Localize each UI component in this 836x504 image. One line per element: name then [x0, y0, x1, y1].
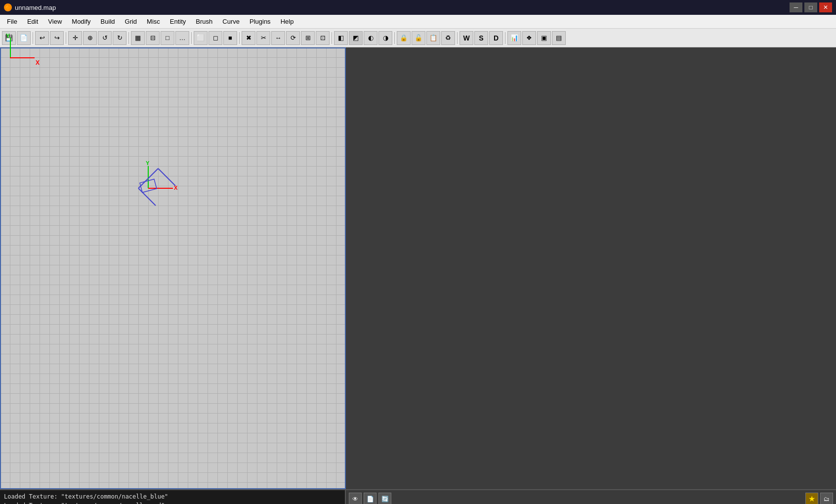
tb-half1[interactable]: ◧ [334, 31, 348, 45]
right-panel [346, 47, 836, 489]
toolbar-sep-8 [457, 32, 458, 44]
menu-edit[interactable]: Edit [22, 16, 43, 27]
tb-w[interactable]: W [460, 31, 473, 45]
x-axis [10, 57, 35, 58]
texture-browser: 👁 📄 🔄 ★ 🗂 astrometrics borg bridge capta… [346, 490, 836, 504]
menu-file[interactable]: File [2, 16, 22, 27]
main-layout: Y X Y X [0, 47, 836, 489]
close-button[interactable]: ✕ [819, 2, 832, 12]
tb-clip[interactable]: ✂ [256, 31, 270, 45]
menu-help[interactable]: Help [276, 16, 299, 27]
y-axis [10, 38, 11, 57]
tb-brush3[interactable]: ■ [223, 31, 237, 45]
texture-filter-btn[interactable]: 🗂 [820, 493, 833, 504]
svg-text:X: X [174, 185, 178, 191]
grid-background [0, 47, 345, 489]
x-label: X [36, 59, 40, 66]
log-line: Loaded Texture: "textures/common/nacelle… [4, 492, 341, 501]
window-controls: ─ □ ✕ [790, 2, 832, 12]
tb-select2[interactable]: ⊞ [301, 31, 315, 45]
menu-brush[interactable]: Brush [191, 16, 217, 27]
toolbar-sep-2 [66, 32, 66, 44]
menu-view[interactable]: View [43, 16, 67, 27]
title-bar: 🔶 unnamed.map ─ □ ✕ [0, 0, 836, 15]
toolbar-sep-3 [128, 32, 129, 44]
log-line: Loaded Texture: "textures/common/nacelle… [4, 501, 341, 504]
tb-d[interactable]: D [489, 31, 503, 45]
center-gizmo: Y X [128, 161, 178, 210]
tb-half4[interactable]: ◑ [378, 31, 392, 45]
tb-redo[interactable]: ↪ [50, 31, 64, 45]
tb-s[interactable]: S [474, 31, 488, 45]
tb-undo[interactable]: ↩ [35, 31, 49, 45]
toolbar-sep-4 [191, 32, 192, 44]
menu-curve[interactable]: Curve [217, 16, 245, 27]
maximize-button[interactable]: □ [804, 2, 817, 12]
toolbar-sep-5 [239, 32, 240, 44]
tb-select[interactable]: ⊕ [83, 31, 97, 45]
texture-toolbar: 👁 📄 🔄 ★ 🗂 [346, 490, 836, 504]
menu-entity[interactable]: Entity [165, 16, 191, 27]
toolbar-sep-9 [505, 32, 505, 44]
tb-deselect[interactable]: ⊡ [316, 31, 330, 45]
toolbar: 💾 📄 ↩ ↪ ✛ ⊕ ↺ ↻ ▦ ⊟ □ … ⬜ ◻ ■ ✖ ✂ ↔ ⟳ ⊞ … [0, 29, 836, 47]
tb-grid2[interactable]: ⊟ [146, 31, 160, 45]
texture-refresh-btn[interactable]: 🔄 [378, 493, 391, 504]
menu-grid[interactable]: Grid [120, 16, 142, 27]
tb-unlock[interactable]: 🔓 [412, 31, 425, 45]
tb-brush2[interactable]: ◻ [209, 31, 222, 45]
tb-lock[interactable]: 🔒 [397, 31, 411, 45]
left-viewport[interactable]: Y X Y X [0, 47, 346, 489]
svg-text:Y: Y [146, 161, 150, 166]
texture-file-btn[interactable]: 📄 [364, 493, 376, 504]
tb-rotate-ccw[interactable]: ↺ [98, 31, 112, 45]
menu-modify[interactable]: Modify [67, 16, 95, 27]
tb-new[interactable]: 📄 [17, 31, 31, 45]
tb-tex2[interactable]: ▣ [537, 31, 551, 45]
tb-paste[interactable]: 📋 [426, 31, 440, 45]
log-area[interactable]: Loaded Texture: "textures/common/nacelle… [0, 490, 346, 504]
toolbar-sep-1 [33, 32, 33, 44]
minimize-button[interactable]: ─ [790, 2, 802, 12]
tb-half3[interactable]: ◐ [364, 31, 377, 45]
menu-plugins[interactable]: Plugins [245, 16, 276, 27]
window-title: unnamed.map [15, 4, 56, 11]
y-label: Y [6, 33, 10, 40]
menu-bar: File Edit View Modify Build Grid Misc En… [0, 15, 836, 29]
svg-line-4 [158, 168, 175, 186]
tb-translate[interactable]: ↔ [271, 31, 285, 45]
texture-eye-btn[interactable]: 👁 [349, 493, 362, 504]
menu-build[interactable]: Build [96, 16, 120, 27]
tb-refresh[interactable]: ♻ [441, 31, 455, 45]
tb-box[interactable]: □ [161, 31, 174, 45]
bottom-section: Loaded Texture: "textures/common/nacelle… [0, 489, 836, 504]
title-left: 🔶 unnamed.map [4, 3, 56, 11]
tb-brush1[interactable]: ⬜ [194, 31, 208, 45]
texture-star-btn[interactable]: ★ [805, 493, 818, 504]
tb-rotate3d[interactable]: ⟳ [286, 31, 300, 45]
toolbar-sep-6 [332, 32, 332, 44]
app-icon: 🔶 [4, 3, 12, 11]
tb-grid1[interactable]: ▦ [131, 31, 145, 45]
tb-tex3[interactable]: ▤ [552, 31, 566, 45]
toolbar-sep-7 [394, 32, 395, 44]
tb-tex1[interactable]: ❖ [522, 31, 536, 45]
tb-rotate-cw[interactable]: ↻ [113, 31, 126, 45]
tb-scale[interactable]: ✖ [242, 31, 255, 45]
tb-half2[interactable]: ◩ [349, 31, 363, 45]
tb-grid3[interactable]: 📊 [507, 31, 521, 45]
tb-more[interactable]: … [175, 31, 189, 45]
menu-misc[interactable]: Misc [142, 16, 165, 27]
tb-move[interactable]: ✛ [68, 31, 82, 45]
